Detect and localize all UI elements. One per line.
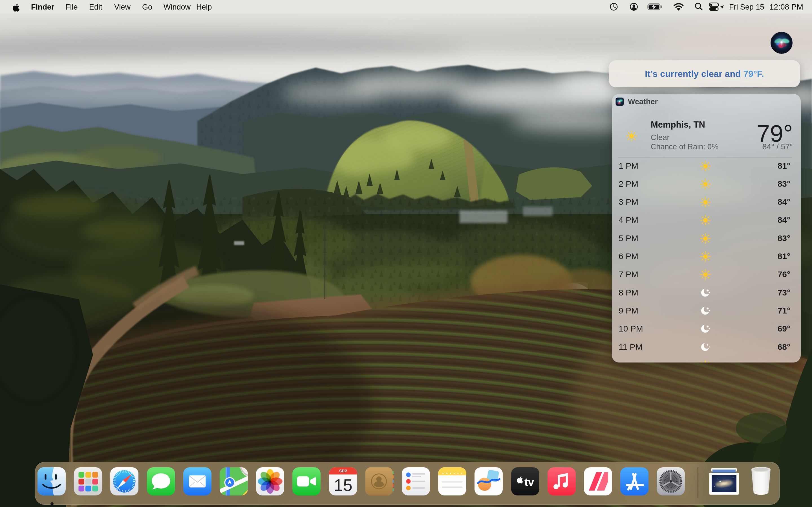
svg-text:tv: tv	[524, 476, 534, 488]
svg-text:SEP: SEP	[339, 469, 347, 473]
svg-text:15: 15	[334, 476, 352, 495]
